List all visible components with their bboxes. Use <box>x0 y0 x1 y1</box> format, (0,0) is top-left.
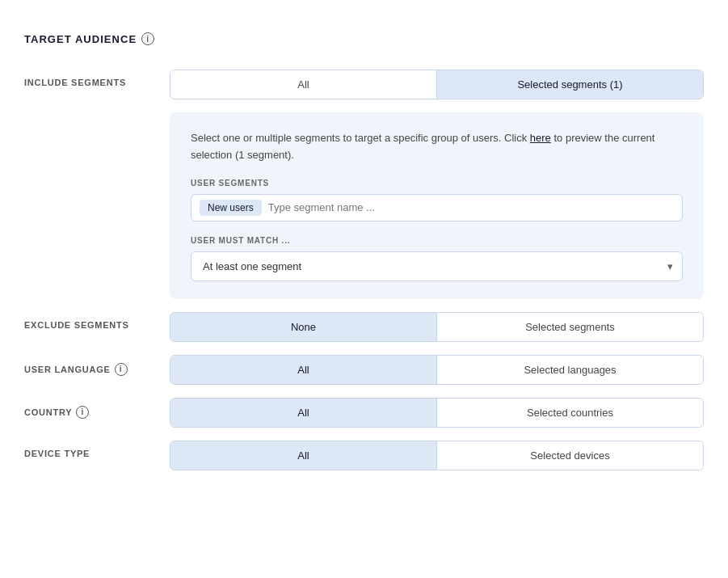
device-type-toggle: All Selected devices <box>170 441 704 470</box>
segment-preview-link[interactable]: here <box>530 132 551 144</box>
exclude-segments-selected-btn[interactable]: Selected segments <box>436 313 703 341</box>
device-type-all-btn[interactable]: All <box>170 441 436 470</box>
user-language-toggle: All Selected languages <box>170 355 704 385</box>
device-type-label: DEVICE TYPE <box>24 441 170 458</box>
country-all-btn[interactable]: All <box>170 399 436 427</box>
target-audience-info-icon[interactable]: i <box>141 32 154 45</box>
exclude-segments-none-btn[interactable]: None <box>170 313 436 341</box>
include-segments-selected-btn[interactable]: Selected segments (1) <box>436 70 703 99</box>
segment-name-input[interactable] <box>268 201 674 213</box>
segment-panel-description: Select one or multiple segments to targe… <box>191 130 683 164</box>
country-selected-btn[interactable]: Selected countries <box>436 399 703 427</box>
new-users-tag[interactable]: New users <box>200 200 262 216</box>
user-language-label: USER LANGUAGE i <box>24 355 170 376</box>
user-language-all-btn[interactable]: All <box>170 356 436 384</box>
match-select[interactable]: At least one segment All segments <box>191 251 683 281</box>
include-segments-toggle: All Selected segments (1) <box>170 70 704 99</box>
exclude-segments-label: EXCLUDE SEGMENTS <box>24 312 170 330</box>
include-segments-label: INCLUDE SEGMENTS <box>24 70 170 87</box>
device-type-row: DEVICE TYPE All Selected devices <box>24 441 704 470</box>
include-segments-row: INCLUDE SEGMENTS All Selected segments (… <box>24 70 704 99</box>
user-segments-input[interactable]: New users <box>191 194 683 221</box>
user-language-selected-btn[interactable]: Selected languages <box>436 356 703 384</box>
exclude-segments-row: EXCLUDE SEGMENTS None Selected segments <box>24 312 704 342</box>
user-segments-label: USER SEGMENTS <box>191 179 683 188</box>
country-info-icon[interactable]: i <box>76 406 89 419</box>
segment-panel: Select one or multiple segments to targe… <box>170 112 704 299</box>
user-language-info-icon[interactable]: i <box>115 363 128 376</box>
include-segments-all-btn[interactable]: All <box>170 70 436 99</box>
match-select-wrapper: At least one segment All segments <box>191 251 683 281</box>
country-toggle: All Selected countries <box>170 398 704 428</box>
device-type-selected-btn[interactable]: Selected devices <box>436 441 703 470</box>
user-must-match-label: USER MUST MATCH ... <box>191 236 683 245</box>
user-language-row: USER LANGUAGE i All Selected languages <box>24 355 704 385</box>
country-label: COUNTRY i <box>24 398 170 419</box>
exclude-segments-toggle: None Selected segments <box>170 312 704 342</box>
page-title: TARGET AUDIENCE i <box>24 32 704 45</box>
country-row: COUNTRY i All Selected countries <box>24 398 704 428</box>
